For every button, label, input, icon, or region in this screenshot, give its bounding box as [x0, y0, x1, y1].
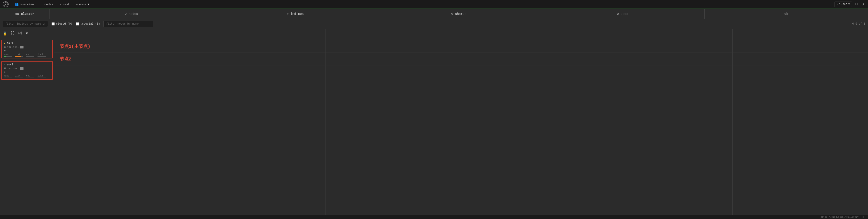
- refresh-button[interactable]: ↺ 15sec ▼: [835, 2, 852, 7]
- node-name-es2: es-2: [6, 63, 13, 66]
- filter-bar: closed (0) .special (0) 0-0 of 0: [0, 19, 868, 29]
- node-metrics-es1: heap disk cpu load: [4, 53, 51, 57]
- more-icon: ✦: [76, 2, 78, 6]
- grid-header-row: [54, 29, 868, 40]
- node-name-row-es2: ☆ es-2: [4, 63, 51, 66]
- grid-node1-col-6: [733, 40, 868, 52]
- cluster-name: es-cluster: [0, 9, 50, 19]
- metric-heap-es1: heap: [4, 53, 12, 57]
- nav-item-rest[interactable]: ✎ rest: [57, 2, 72, 7]
- grid-node1-col-2: [190, 40, 326, 52]
- grid-node1-col-5: [597, 40, 733, 52]
- grid-node2-row: 节点2: [54, 53, 868, 65]
- top-navigation: 👥 overview ☰ nodes ✎ rest ✦ more ▼ ↺ 15s…: [0, 0, 868, 9]
- stat-shards: 0 shards: [377, 9, 541, 19]
- toolbar-row: 🔓 A Z ▼: [0, 29, 54, 38]
- grid-header-col-2: [190, 29, 326, 40]
- indices-filter-input[interactable]: [3, 21, 48, 27]
- nav-items: 👥 overview ☰ nodes ✎ rest ✦ more ▼: [12, 2, 835, 7]
- metric-cpu-es2: cpu: [26, 75, 34, 78]
- overview-icon: 👥: [15, 2, 19, 6]
- star-icon-es1: ★: [4, 41, 5, 45]
- expand-button[interactable]: [10, 31, 15, 36]
- cluster-stats-bar: es-cluster 2 nodes 0 indices 0 shards 0 …: [0, 9, 868, 19]
- grid-node1-label-col: 节点1(主节点): [54, 40, 190, 52]
- grid-empty-col-3: [326, 65, 461, 215]
- grid-node2-label-col: 节点2: [54, 53, 190, 65]
- closed-checkbox[interactable]: [52, 22, 55, 26]
- svg-point-1: [5, 4, 6, 5]
- grid-header-col-4: [461, 29, 597, 40]
- nav-item-overview[interactable]: 👥 overview: [12, 2, 37, 7]
- lock-button[interactable]: 🔓: [2, 31, 8, 36]
- nav-right: ↺ 15sec ▼ □ ⚡: [835, 1, 865, 7]
- node-ip-row-es2: 🖥 192.168. ██: [4, 67, 51, 70]
- grid-header-col-1: [54, 29, 190, 40]
- grid-empty-col-4: [461, 65, 597, 215]
- refresh-dropdown-icon: ▼: [848, 3, 850, 6]
- metric-disk-es2: disk: [15, 75, 23, 78]
- special-checkbox-label[interactable]: .special (0): [76, 22, 100, 26]
- stat-docs: 0 docs: [541, 9, 705, 19]
- grid-node2-col-4: [461, 53, 597, 65]
- grid-empty-row: [54, 65, 868, 215]
- metric-load-es1: load: [37, 53, 46, 57]
- more-dropdown-arrow: ▼: [88, 3, 90, 6]
- closed-checkbox-label[interactable]: closed (0): [52, 22, 72, 26]
- stat-nodes: 2 nodes: [50, 9, 213, 19]
- node-ip-row-es1: 🖥 192.168. ██: [4, 45, 51, 48]
- grid-node1-col-4: [461, 40, 597, 52]
- special-checkbox[interactable]: [76, 22, 79, 26]
- nodes-filter-input[interactable]: [103, 21, 153, 27]
- metric-load-es2: load: [37, 75, 46, 78]
- storage-icon-es2: 🖥: [4, 67, 6, 70]
- grid-empty-col-2: [190, 65, 326, 215]
- left-panel: 🔓 A Z ▼: [0, 29, 54, 215]
- node-extra-es1: ✤: [4, 49, 51, 52]
- status-url: https://blog.csdn.net/lovely___RR: [820, 216, 865, 218]
- rest-icon: ✎: [59, 2, 61, 6]
- node-ip-es1: 192.168.: [7, 46, 19, 48]
- metric-cpu-es1: cpu: [26, 53, 34, 57]
- refresh-icon: ↺: [837, 3, 838, 6]
- grid-node1-row: 节点1(主节点): [54, 40, 868, 53]
- node2-label: 节点2: [55, 54, 76, 64]
- nodes-icon: ☰: [40, 2, 43, 6]
- stat-size: 0b: [705, 9, 868, 19]
- grid-node2-col-3: [326, 53, 461, 65]
- storage-icon-es1: 🖥: [4, 45, 6, 48]
- node-ip-blurred-es1: ██: [20, 46, 24, 48]
- app-layout: 👥 overview ☰ nodes ✎ rest ✦ more ▼ ↺ 15s…: [0, 0, 868, 219]
- grid-empty-col-6: [733, 65, 868, 215]
- nav-item-nodes[interactable]: ☰ nodes: [37, 2, 56, 7]
- svg-text:Z: Z: [20, 32, 22, 35]
- lightning-icon[interactable]: ⚡: [861, 1, 865, 7]
- main-content: 🔓 A Z ▼: [0, 29, 868, 215]
- node-ip-blurred-es2: ██: [20, 67, 24, 70]
- node-name-es1: es-1: [6, 42, 13, 45]
- count-display: 0-0 of 0: [852, 22, 865, 26]
- grid-header-col-6: [733, 29, 868, 40]
- grid-node1-col-3: [326, 40, 461, 52]
- star-icon-es2: ☆: [4, 63, 5, 66]
- sort-az-button[interactable]: A Z: [18, 31, 23, 36]
- node-extra-es2: ✤: [4, 70, 51, 74]
- grid-empty-col-1: [54, 65, 190, 215]
- grid-node2-col-5: [597, 53, 733, 65]
- status-bar: https://blog.csdn.net/lovely___RR: [0, 215, 868, 219]
- app-logo[interactable]: [3, 1, 8, 7]
- node-item-es1: ★ es-1 🖥 192.168. ██ ✤ heap: [1, 40, 53, 59]
- node-item-es2: ☆ es-2 🖥 192.168. ██ ✤ heap: [1, 61, 53, 80]
- node1-label: 节点1(主节点): [55, 41, 95, 52]
- metric-disk-es1: disk: [15, 53, 23, 57]
- nav-item-more[interactable]: ✦ more ▼: [73, 2, 92, 7]
- grid-node2-col-6: [733, 53, 868, 65]
- grid-header-col-5: [597, 29, 733, 40]
- stat-indices: 0 indices: [213, 9, 377, 19]
- grid-header-col-3: [326, 29, 461, 40]
- dropdown-button[interactable]: ▼: [25, 31, 29, 36]
- right-grid: 节点1(主节点) 节点2: [54, 29, 868, 215]
- window-icon[interactable]: □: [855, 1, 859, 7]
- node-ip-es2: 192.168.: [7, 67, 19, 70]
- node-metrics-es2: heap disk cpu load: [4, 75, 51, 78]
